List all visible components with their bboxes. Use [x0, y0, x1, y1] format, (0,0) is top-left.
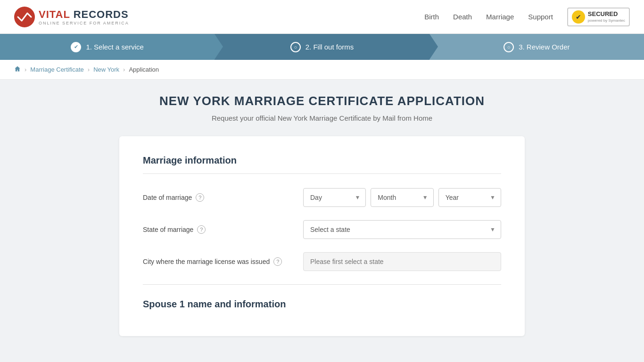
step1-label: 1. Select a service	[86, 43, 144, 51]
home-icon	[14, 66, 21, 72]
nav-marriage[interactable]: Marriage	[486, 13, 514, 21]
page-title: NEW YORK MARRIAGE CERTIFICATE APPLICATIO…	[119, 94, 525, 108]
progress-bar: ✔ 1. Select a service ○ 2. Fill out form…	[0, 34, 644, 60]
norton-powered-label: powered by Symantec	[588, 18, 625, 23]
day-select-wrapper: Day Day123456789101112131415161718192021…	[303, 188, 366, 207]
logo-icon	[14, 7, 35, 27]
page-subtitle: Request your official New York Marriage …	[119, 114, 525, 122]
breadcrumb-sep-1: ›	[25, 66, 26, 73]
breadcrumb-sep-2: ›	[88, 66, 90, 73]
site-header: VITAL RECORDS ONLINE SERVICE FOR AMERICA…	[0, 0, 644, 34]
breadcrumb-new-york[interactable]: New York	[93, 66, 119, 73]
state-of-marriage-row: State of marriage ? Select a state ▼	[143, 220, 501, 239]
state-of-marriage-label: State of marriage ?	[143, 225, 294, 234]
progress-step-2: ○ 2. Fill out forms	[215, 34, 429, 60]
nav-support[interactable]: Support	[528, 13, 553, 21]
state-select[interactable]: Select a state	[303, 220, 501, 239]
nav-birth[interactable]: Birth	[424, 13, 439, 21]
breadcrumb: › Marriage Certificate › New York › Appl…	[0, 60, 644, 80]
state-help-icon[interactable]: ?	[197, 225, 206, 234]
breadcrumb-marriage-certificate[interactable]: Marriage Certificate	[30, 66, 83, 73]
norton-secured-label: SECURED	[588, 10, 625, 18]
date-of-marriage-label: Date of marriage ?	[143, 193, 294, 202]
progress-step-1: ✔ 1. Select a service	[0, 34, 215, 60]
main-nav: Birth Death Marriage Support ✔ SECURED p…	[424, 8, 630, 26]
norton-badge: ✔ SECURED powered by Symantec	[567, 8, 630, 26]
breadcrumb-sep-3: ›	[123, 66, 125, 73]
step1-circle: ✔	[71, 42, 81, 52]
step3-label: 3. Review Order	[519, 43, 570, 51]
month-select-wrapper: Month MonthJanuaryFebruaryMarchAprilMayJ…	[371, 188, 433, 207]
month-select[interactable]: Month MonthJanuaryFebruaryMarchAprilMayJ…	[371, 188, 433, 207]
section2-title: Spouse 1 name and information	[143, 299, 501, 317]
section-divider	[143, 284, 501, 285]
step2-circle: ○	[290, 42, 301, 52]
step2-label: 2. Fill out forms	[305, 43, 354, 51]
norton-check-icon: ✔	[572, 10, 585, 24]
logo: VITAL RECORDS ONLINE SERVICE FOR AMERICA	[14, 7, 129, 27]
state-controls: Select a state ▼	[303, 220, 501, 239]
city-input	[303, 252, 501, 271]
step3-circle: ○	[504, 42, 514, 52]
logo-subtitle: ONLINE SERVICE FOR AMERICA	[39, 21, 129, 25]
section1-title: Marriage information	[143, 155, 501, 174]
form-card: Marriage information Date of marriage ? …	[119, 136, 525, 336]
date-help-icon[interactable]: ?	[196, 193, 204, 202]
year-select[interactable]: Year Year2024202320222021202020192018201…	[438, 188, 501, 207]
city-input-wrapper	[303, 252, 501, 271]
progress-step-3: ○ 3. Review Order	[429, 34, 644, 60]
main-content: NEW YORK MARRIAGE CERTIFICATE APPLICATIO…	[110, 94, 534, 336]
state-select-wrapper: Select a state ▼	[303, 220, 501, 239]
date-of-marriage-row: Date of marriage ? Day Day12345678910111…	[143, 188, 501, 207]
year-select-wrapper: Year Year2024202320222021202020192018201…	[438, 188, 501, 207]
logo-vital: VITAL	[39, 8, 70, 20]
breadcrumb-home[interactable]	[14, 66, 21, 74]
city-label: City where the marriage license was issu…	[143, 257, 294, 266]
day-select[interactable]: Day Day123456789101112131415161718192021…	[303, 188, 366, 207]
date-controls: Day Day123456789101112131415161718192021…	[303, 188, 501, 207]
nav-death[interactable]: Death	[453, 13, 472, 21]
breadcrumb-application: Application	[129, 66, 159, 73]
city-row: City where the marriage license was issu…	[143, 252, 501, 271]
city-help-icon[interactable]: ?	[273, 257, 282, 266]
logo-records: RECORDS	[74, 8, 129, 20]
